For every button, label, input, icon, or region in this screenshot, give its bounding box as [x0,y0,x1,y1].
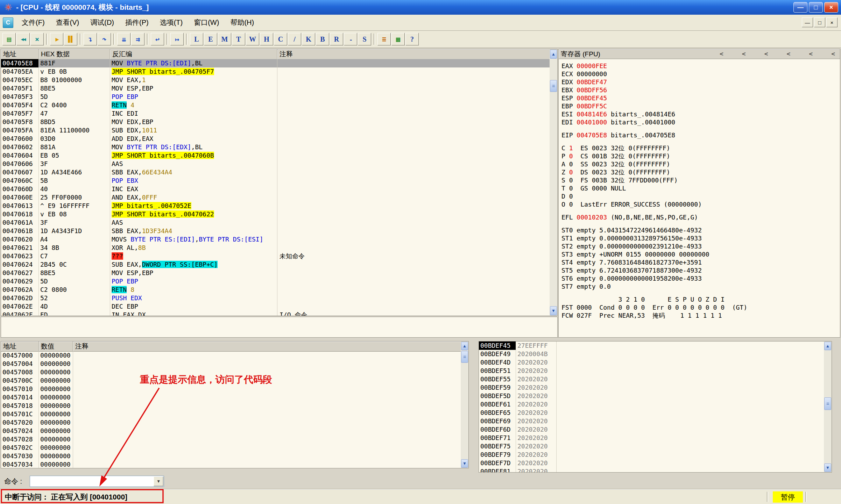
register-line[interactable]: EBP 00BDFF5C [561,102,840,110]
disasm-row[interactable]: 0047060D40INC EAX [1,185,550,193]
windows-window-button[interactable]: W [246,33,259,45]
register-line[interactable]: D 0 [561,192,840,200]
register-line[interactable]: ESI 004814E6 bitarts_.004814E6 [561,110,840,118]
register-line[interactable]: ST1 empty 0.0000000313289756150e-4933 [561,234,840,242]
register-line[interactable]: EDI 00401000 bitarts_.00401000 [561,118,840,126]
stack-scroll-thumb[interactable]: ≡ [824,397,831,410]
dump-row[interactable]: 0045703000000000 [1,452,461,460]
dump-row[interactable]: 0045702400000000 [1,427,461,435]
stack-row[interactable]: 00BDEF7920202020 [479,451,824,459]
disasm-header-disassembly[interactable]: 反汇编 [110,49,277,59]
dump-row[interactable]: 0045701C00000000 [1,410,461,418]
animate-over-button[interactable]: ⇉ [131,33,144,45]
execute-till-return-button[interactable]: ↩ [151,33,164,45]
disasm-row[interactable]: 004705FA81EA 11100000SUB EDX,1011 [1,126,550,135]
stack-row[interactable]: 00BDEF6920202020 [479,417,824,425]
disasm-row[interactable]: 00470618v EB 08JMP SHORT bitarts_.004706… [1,210,550,218]
collapse-arrow-icon[interactable]: < [831,50,835,57]
disasm-row[interactable]: 0047060E25 FF0F0000AND EAX,0FFF [1,193,550,202]
register-line[interactable] [561,290,840,295]
patches-window-button[interactable]: / [288,33,301,45]
register-line[interactable]: EBX 00BDFF56 [561,86,840,94]
register-line[interactable] [561,208,840,213]
dump-row[interactable]: 0045702800000000 [1,435,461,444]
collapse-arrow-icon[interactable]: < [764,50,768,57]
register-line[interactable]: ST6 empty 0.0000000000001958200e-4933 [561,274,840,282]
menu-window[interactable]: 窗口(W) [188,16,225,29]
dump-row[interactable]: 0045702000000000 [1,418,461,427]
dump-scroll-up-icon[interactable]: ▲ [461,342,468,350]
logging-options-button[interactable]: ≡ [377,33,391,45]
register-line[interactable]: ECX 00000000 [561,70,840,78]
animate-into-button[interactable]: ⇊ [117,33,130,45]
step-into-button[interactable]: ↴ [84,33,97,45]
register-line[interactable]: Z 0 DS 0023 32位 0(FFFFFFFF) [561,168,840,176]
register-line[interactable]: ST5 empty 6.7241036837071887300e-4932 [561,266,840,274]
disasm-row[interactable]: 0047061A3FAAS [1,218,550,227]
dump-row[interactable]: 0045701800000000 [1,402,461,410]
disasm-scroll-thumb[interactable]: ≡ [550,80,557,92]
stack-scroll-down-icon[interactable]: ▼ [824,463,831,472]
goto-button[interactable]: ↦ [170,33,184,45]
disasm-header-comment[interactable]: 注释 [277,49,550,59]
stack-row[interactable]: 00BDEF7520202020 [479,442,824,451]
disasm-row[interactable]: 004705F4C2 0400RETN 4 [1,101,550,109]
run-button[interactable]: ▶ [50,33,63,45]
open-button[interactable]: ▤ [2,33,16,45]
command-dropdown-icon[interactable]: ▼ [154,476,163,486]
stack-row[interactable]: 00BDEF6120202020 [479,400,824,409]
restart-button[interactable]: ◀◀ [16,33,30,45]
dump-row[interactable]: 0045703400000000 [1,460,461,468]
register-line[interactable]: ST0 empty 5.0431547224961466480e-4932 [561,226,840,234]
close-button[interactable]: × [824,2,838,13]
register-line[interactable]: EAX 00000FEE [561,62,840,70]
disasm-row[interactable]: 00470604EB 05JMP SHORT bitarts_.0047060B [1,151,550,160]
disasm-row[interactable]: 004706071D A434E466SBB EAX,66E434A4 [1,168,550,177]
dump-row[interactable]: 0045701400000000 [1,393,461,402]
stack-row[interactable]: 00BDEF7D20202020 [479,459,824,467]
register-line[interactable]: C 1 ES 0023 32位 0(FFFFFFFF) [561,144,840,152]
menu-options[interactable]: 选项(T) [154,16,189,29]
cpu-window-button[interactable]: C [274,33,287,45]
disasm-header-address[interactable]: 地址 [1,49,39,59]
maximize-button[interactable]: □ [809,2,823,13]
executables-window-button[interactable]: E [204,33,217,45]
disasm-row[interactable]: 004705F35DPOP EBP [1,93,550,101]
log-window-button[interactable]: L [190,33,203,45]
disasm-row[interactable]: 0047060003D0ADD EDX,EAX [1,135,550,143]
references-window-button[interactable]: R [330,33,343,45]
stack-row[interactable]: 00BDEF5520202020 [479,375,824,383]
register-line[interactable]: P 0 CS 001B 32位 0(FFFFFFFF) [561,152,840,160]
callstack-window-button[interactable]: K [302,33,315,45]
menu-help[interactable]: 帮助(H) [225,16,260,29]
disasm-row[interactable]: 004706063FAAS [1,160,550,168]
threads-window-button[interactable]: T [232,33,245,45]
disasm-row[interactable]: 0047061B1D A4343F1DSBB EAX,1D3F34A4 [1,227,550,235]
register-line[interactable]: ST7 empty 0.0 [561,282,840,290]
collapse-arrow-icon[interactable]: < [786,50,790,57]
mdi-close-button[interactable]: × [826,17,838,27]
disasm-row[interactable]: 00470602881AMOV BYTE PTR DS:[EDX],BL [1,143,550,151]
disasm-row[interactable]: 0047062AC2 0800RETN 8 [1,286,550,294]
register-line[interactable]: S 0 FS 003B 32位 7FFDD000(FFF) [561,176,840,184]
command-combobox[interactable]: ▼ [30,476,164,487]
disasm-row[interactable]: 0047060C5BPOP EBX [1,177,550,185]
mdi-minimize-button[interactable]: — [802,17,813,27]
disasm-row[interactable]: 004706278BE5MOV ESP,EBP [1,269,550,277]
dump-header-value[interactable]: 数值 [39,341,73,351]
register-line[interactable] [561,221,840,226]
command-input[interactable] [31,477,153,486]
stack-row[interactable]: 00BDEF5D20202020 [479,392,824,400]
disasm-header-hex[interactable]: HEX 数据 [39,49,110,59]
runtrace-window-button[interactable]: ... [344,33,357,45]
stack-row[interactable]: 00BDEF4527EEFFFF [479,341,824,350]
register-line[interactable]: A 0 SS 0023 32位 0(FFFFFFFF) [561,160,840,168]
disasm-row[interactable]: 004705ECB8 01000000MOV EAX,1 [1,76,550,84]
breakpoints-window-button[interactable]: B [316,33,329,45]
stack-row[interactable]: 00BDEF5120202020 [479,367,824,375]
stack-scroll-up-icon[interactable]: ▲ [824,342,831,350]
dump-row[interactable]: 0045700400000000 [1,360,461,368]
disasm-row[interactable]: 004705E8881FMOV BYTE PTR DS:[EDI],BL [1,59,550,67]
stack-row[interactable]: 00BDEF7120202020 [479,434,824,442]
disasm-row[interactable]: 0047062D52PUSH EDX [1,294,550,302]
